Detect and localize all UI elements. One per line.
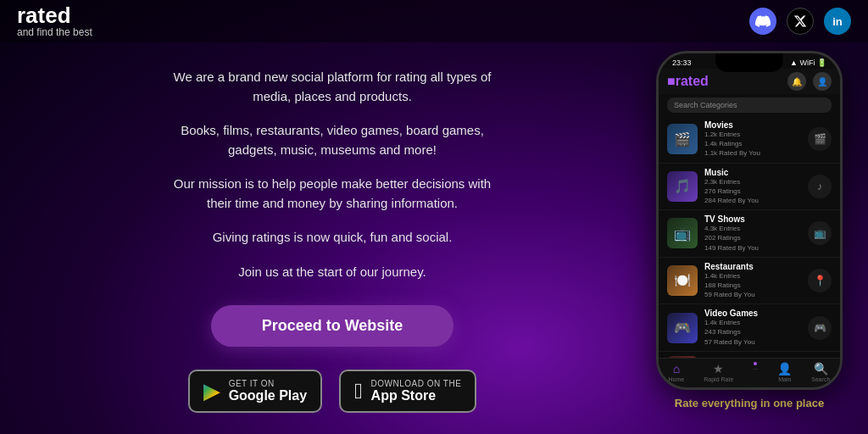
app-store-name: App Store [371,388,436,403]
store-buttons: ▶ GET IT ON Google Play  Download on th… [188,370,477,413]
phone-mockup: 23:33 ▲ WiFi 🔋 ■rated 🔔 👤 Search Categor… [656,51,843,390]
search-icon: 🔍 [814,362,828,376]
music-name: Music [704,168,801,177]
tvshows-info: TV Shows 4.3k Entries202 Ratings149 Rate… [704,214,801,253]
restaurants-info: Restaurants 1.4k Entries188 Ratings59 Ra… [704,262,801,300]
list-item: 🎵 Music 2.3k Entries276 Ratings284 Rated… [659,164,840,211]
movies-stats: 1.2k Entries1.4k Ratings1.1k Rated By Yo… [704,130,801,159]
music-stats: 2.3k Entries276 Ratings284 Rated By You [704,177,801,206]
list-item: 📺 TV Shows 4.3k Entries202 Ratings149 Ra… [659,210,840,258]
restaurants-action-icon: 📍 [808,269,832,292]
brand-subtitle: and find the best [17,26,92,38]
videogames-action-icon: 🎮 [808,316,832,340]
navbar: rated and find the best in [0,0,868,42]
list-item: 🎬 Movies 1.2k Entries1.4k Ratings1.1k Ra… [659,116,840,164]
movies-thumb: 🎬 [667,124,698,154]
movies-name: Movies [704,120,801,130]
google-play-label: GET IT ON [229,379,275,388]
music-info: Music 2.3k Entries276 Ratings284 Rated B… [704,168,801,206]
tvshows-stats: 4.3k Entries202 Ratings149 Rated By You [704,224,801,253]
app-store-label: Download on the [371,379,462,388]
proceed-button[interactable]: Proceed to Website [211,305,454,347]
phone-search-bar: Search Categories [667,97,832,113]
phone-notch [715,53,783,72]
apple-icon:  [354,378,363,404]
videogames-thumb: 🎮 [667,313,698,343]
x-icon[interactable] [787,8,814,35]
phone-time: 23:33 [672,58,692,67]
description-2: Books, films, restaurants, video games, … [163,121,502,159]
brand-title: rated [17,4,92,26]
videogames-stats: 1.4k Entries243 Ratings57 Rated By You [704,318,801,347]
main-label: Main [778,376,791,377]
linkedin-icon[interactable]: in [824,8,851,35]
music-thumb: 🎵 [667,171,698,202]
more-label: ··· [753,366,758,372]
app-logo: ■rated [667,74,709,89]
music-action-icon: ♪ [808,175,832,198]
avatar-icon: 👤 [813,72,832,91]
nav-search[interactable]: 🔍 Search [811,362,830,377]
list-item: 🍽️ Restaurants 1.4k Entries188 Ratings59… [659,258,840,305]
app-header-icons: 🔔 👤 [787,72,832,91]
more-dot [754,362,757,365]
nav-home[interactable]: ⌂ Home [669,362,685,377]
app-store-button[interactable]:  Download on the App Store [339,370,476,413]
phone-container: 23:33 ▲ WiFi 🔋 ■rated 🔔 👤 Search Categor… [648,42,868,409]
nav-rapid-rate[interactable]: ★ Rapid Rate [704,362,733,377]
nav-main[interactable]: 👤 Main [777,362,792,377]
nav-more[interactable]: ··· [753,362,758,377]
movies-action-icon: 🎬 [808,127,832,151]
description-1: We are a brand new social platform for r… [163,68,502,106]
bottom-nav: ⌂ Home ★ Rapid Rate ··· 👤 Main [659,358,840,377]
main-content: We are a brand new social platform for r… [0,42,868,434]
tvshows-action-icon: 📺 [808,221,832,245]
main-icon: 👤 [777,362,792,376]
videogames-name: Video Games [704,309,801,318]
app-header: ■rated 🔔 👤 [659,69,840,94]
tvshows-name: TV Shows [704,214,801,224]
text-panel: We are a brand new social platform for r… [0,42,648,430]
home-label: Home [669,376,685,377]
phone-screen: ■rated 🔔 👤 Search Categories 🎬 Movies 1.… [659,69,840,377]
notification-icon: 🔔 [787,72,806,91]
phone-status-icons: ▲ WiFi 🔋 [790,58,826,67]
restaurants-name: Restaurants [704,262,801,271]
tvshows-thumb: 📺 [667,218,698,248]
google-play-name: Google Play [229,388,307,403]
search-label: Search [811,376,830,377]
google-play-button[interactable]: ▶ GET IT ON Google Play [188,370,322,413]
tagline: Rate everything in one place [675,397,824,409]
rapid-rate-icon: ★ [713,362,724,376]
rapid-rate-label: Rapid Rate [704,376,733,377]
list-item: 🎮 Video Games 1.4k Entries243 Ratings57 … [659,304,840,352]
videogames-info: Video Games 1.4k Entries243 Ratings57 Ra… [704,309,801,347]
home-icon: ⌂ [673,362,680,376]
discord-icon[interactable] [749,8,776,35]
social-icons: in [749,8,851,35]
description-4: Giving ratings is now quick, fun and soc… [213,228,453,248]
description-3: Our mission is to help people make bette… [163,175,502,213]
description-5: Join us at the start of our journey. [238,263,426,282]
restaurants-stats: 1.4k Entries188 Ratings59 Rated By You [704,271,801,300]
brand: rated and find the best [17,4,92,38]
restaurants-thumb: 🍽️ [667,265,698,296]
google-play-icon: ▶ [203,378,220,404]
category-list: 🎬 Movies 1.2k Entries1.4k Ratings1.1k Ra… [659,116,840,377]
movies-info: Movies 1.2k Entries1.4k Ratings1.1k Rate… [704,120,801,159]
